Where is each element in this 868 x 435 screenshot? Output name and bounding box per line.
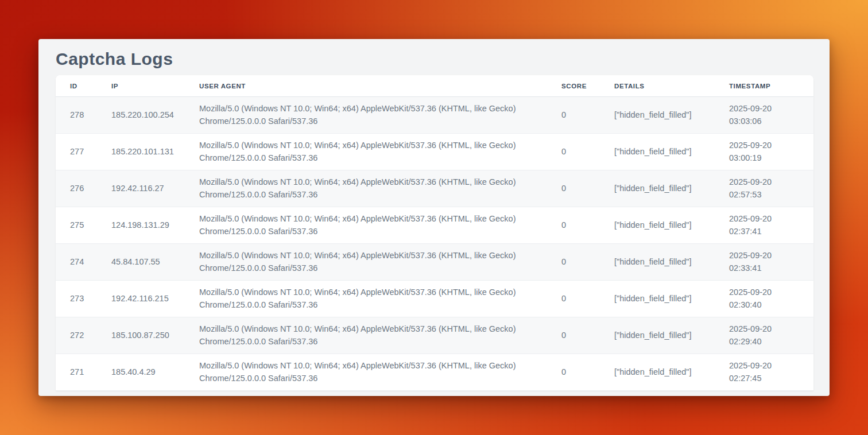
- logs-table: IDIPUSER AGENTSCOREDETAILSTIMESTAMP 2781…: [56, 75, 813, 391]
- cell-ip: 185.220.100.254: [97, 97, 185, 134]
- column-header-details: DETAILS: [600, 75, 715, 97]
- cell-user_agent: Mozilla/5.0 (Windows NT 10.0; Win64; x64…: [185, 317, 547, 354]
- cell-score: 0: [547, 354, 600, 391]
- cell-details: ["hidden_field_filled"]: [600, 281, 715, 317]
- page-title: Captcha Logs: [56, 39, 813, 75]
- cell-details: ["hidden_field_filled"]: [600, 317, 715, 354]
- cell-ip: 192.42.116.27: [97, 170, 185, 207]
- cell-id: 274: [56, 244, 97, 281]
- cell-ip: 124.198.131.29: [97, 207, 185, 244]
- cell-ip: 185.40.4.29: [97, 354, 185, 391]
- cell-timestamp: 2025-09-20 02:37:41: [715, 207, 813, 244]
- cell-user_agent: Mozilla/5.0 (Windows NT 10.0; Win64; x64…: [185, 97, 547, 134]
- captcha-logs-card: Captcha Logs IDIPUSER AGENTSCOREDETAILST…: [38, 39, 830, 396]
- column-header-score: SCORE: [547, 75, 600, 97]
- cell-score: 0: [547, 317, 600, 354]
- cell-id: 276: [56, 170, 97, 207]
- column-header-ip: IP: [97, 75, 185, 97]
- cell-id: 273: [56, 281, 97, 317]
- cell-user_agent: Mozilla/5.0 (Windows NT 10.0; Win64; x64…: [185, 244, 547, 281]
- cell-details: ["hidden_field_filled"]: [600, 134, 715, 170]
- cell-id: 272: [56, 317, 97, 354]
- cell-timestamp: 2025-09-20 02:57:53: [715, 170, 813, 207]
- cell-score: 0: [547, 244, 600, 281]
- cell-score: 0: [547, 134, 600, 170]
- logs-table-body: 278185.220.100.254Mozilla/5.0 (Windows N…: [56, 97, 813, 391]
- header-row: IDIPUSER AGENTSCOREDETAILSTIMESTAMP: [56, 75, 813, 97]
- table-row: 275124.198.131.29Mozilla/5.0 (Windows NT…: [56, 207, 813, 244]
- cell-timestamp: 2025-09-20 02:30:40: [715, 281, 813, 317]
- cell-ip: 185.100.87.250: [97, 317, 185, 354]
- cell-user_agent: Mozilla/5.0 (Windows NT 10.0; Win64; x64…: [185, 354, 547, 391]
- cell-details: ["hidden_field_filled"]: [600, 170, 715, 207]
- cell-timestamp: 2025-09-20 02:29:40: [715, 317, 813, 354]
- cell-id: 275: [56, 207, 97, 244]
- table-row: 273192.42.116.215Mozilla/5.0 (Windows NT…: [56, 281, 813, 317]
- table-row: 271185.40.4.29Mozilla/5.0 (Windows NT 10…: [56, 354, 813, 391]
- logs-table-head: IDIPUSER AGENTSCOREDETAILSTIMESTAMP: [56, 75, 813, 97]
- page-background: Captcha Logs IDIPUSER AGENTSCOREDETAILST…: [0, 0, 868, 435]
- table-row: 277185.220.101.131Mozilla/5.0 (Windows N…: [56, 134, 813, 170]
- cell-ip: 185.220.101.131: [97, 134, 185, 170]
- cell-timestamp: 2025-09-20 03:00:19: [715, 134, 813, 170]
- column-header-timestamp: TIMESTAMP: [715, 75, 813, 97]
- table-row: 27445.84.107.55Mozilla/5.0 (Windows NT 1…: [56, 244, 813, 281]
- table-row: 278185.220.100.254Mozilla/5.0 (Windows N…: [56, 97, 813, 134]
- cell-user_agent: Mozilla/5.0 (Windows NT 10.0; Win64; x64…: [185, 170, 547, 207]
- cell-id: 278: [56, 97, 97, 134]
- cell-details: ["hidden_field_filled"]: [600, 207, 715, 244]
- cell-id: 277: [56, 134, 97, 170]
- column-header-user_agent: USER AGENT: [185, 75, 547, 97]
- cell-ip: 192.42.116.215: [97, 281, 185, 317]
- cell-user_agent: Mozilla/5.0 (Windows NT 10.0; Win64; x64…: [185, 134, 547, 170]
- cell-details: ["hidden_field_filled"]: [600, 97, 715, 134]
- table-row: 272185.100.87.250Mozilla/5.0 (Windows NT…: [56, 317, 813, 354]
- cell-user_agent: Mozilla/5.0 (Windows NT 10.0; Win64; x64…: [185, 281, 547, 317]
- cell-timestamp: 2025-09-20 02:33:41: [715, 244, 813, 281]
- cell-ip: 45.84.107.55: [97, 244, 185, 281]
- cell-details: ["hidden_field_filled"]: [600, 244, 715, 281]
- cell-details: ["hidden_field_filled"]: [600, 354, 715, 391]
- cell-id: 271: [56, 354, 97, 391]
- cell-user_agent: Mozilla/5.0 (Windows NT 10.0; Win64; x64…: [185, 207, 547, 244]
- cell-score: 0: [547, 170, 600, 207]
- cell-timestamp: 2025-09-20 02:27:45: [715, 354, 813, 391]
- cell-score: 0: [547, 97, 600, 134]
- cell-timestamp: 2025-09-20 03:03:06: [715, 97, 813, 134]
- table-row: 276192.42.116.27Mozilla/5.0 (Windows NT …: [56, 170, 813, 207]
- cell-score: 0: [547, 207, 600, 244]
- column-header-id: ID: [56, 75, 97, 97]
- cell-score: 0: [547, 281, 600, 317]
